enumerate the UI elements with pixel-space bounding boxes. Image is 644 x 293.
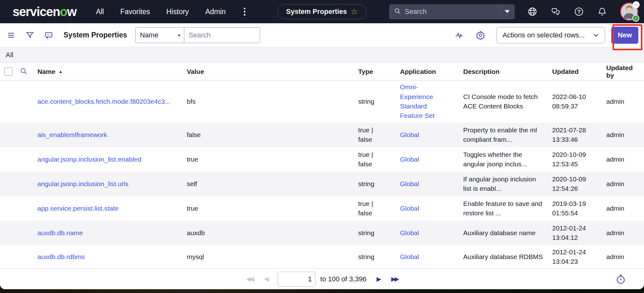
footer-wrap: ◀◀ ◀ to 100 of 3,396 ▶ ▶▶	[0, 268, 644, 293]
last-page-button[interactable]: ▶▶	[390, 274, 399, 284]
help-icon[interactable]: ?	[574, 6, 584, 17]
page-number-input[interactable]	[278, 272, 315, 287]
updated-timestamp: 2012-01-24 13:04:23	[552, 247, 591, 267]
property-type: true | false	[358, 150, 381, 169]
filter-icon[interactable]	[25, 30, 35, 41]
table-row[interactable]: angular.jsonp.inclusion_list.urls self s…	[0, 172, 644, 196]
application-link[interactable]: Global	[400, 228, 419, 238]
property-name-link[interactable]: angular.jsonp.inclusion_list.enabled	[37, 156, 141, 163]
pagination-range-text: to 100 of 3,396	[320, 275, 367, 283]
topnav-right-controls: ? ↑ ✓	[389, 3, 638, 21]
list-menu-hamburger-icon[interactable]	[6, 30, 16, 41]
list-comments-icon[interactable]	[43, 30, 54, 41]
servicenow-logo[interactable]: servicenow	[13, 5, 76, 19]
column-header-application[interactable]: Application	[400, 68, 463, 75]
toolbar-right-controls: Actions on selected rows... New	[454, 27, 641, 44]
breadcrumb-all[interactable]: All	[6, 51, 13, 59]
response-time-clock-icon[interactable]	[615, 274, 626, 285]
application-link[interactable]: Global	[400, 130, 419, 140]
chat-icon[interactable]	[550, 6, 561, 17]
user-avatar[interactable]: ↑ ✓	[620, 3, 638, 21]
favorite-star-icon[interactable]: ☆	[351, 8, 358, 16]
property-type: true | false	[358, 125, 381, 145]
table-row[interactable]: angular.jsonp.inclusion_list.enabled tru…	[0, 147, 644, 172]
column-header-updated-by[interactable]: Updated by	[606, 64, 644, 79]
pagination: ◀◀ ◀ to 100 of 3,396 ▶ ▶▶	[245, 272, 399, 287]
column-header-value[interactable]: Value	[187, 68, 358, 75]
column-header-name[interactable]: Name▲	[37, 68, 187, 75]
property-description: Property to enable the ml compliant fram…	[463, 125, 543, 145]
chevron-down-icon	[593, 32, 599, 38]
row-controls	[0, 196, 37, 221]
property-name-link[interactable]: ace.content_blocks.fetch.mode.f80203e4c3…	[37, 98, 170, 105]
property-type: string	[358, 97, 374, 106]
select-all-checkbox[interactable]	[4, 68, 13, 76]
row-controls	[0, 221, 37, 245]
updated-by: admin	[606, 98, 624, 105]
row-controls	[0, 172, 37, 196]
property-name-link[interactable]: ais_enablemlframework	[37, 131, 107, 138]
search-scope-dropdown[interactable]	[500, 5, 514, 19]
row-controls	[0, 80, 37, 123]
row-controls	[0, 147, 37, 172]
updated-by: admin	[606, 229, 624, 236]
list-settings-gear-icon[interactable]	[475, 30, 486, 41]
more-options-icon[interactable]	[242, 6, 247, 18]
application-link[interactable]: Global	[400, 252, 419, 262]
global-search-input[interactable]	[405, 8, 495, 16]
property-value: self	[187, 180, 197, 187]
table-row[interactable]: auxdb.db.name auxdb string Global Auxili…	[0, 221, 644, 245]
global-search	[389, 4, 514, 19]
property-name-link[interactable]: auxdb.db.rdbms	[37, 253, 85, 260]
updated-by: admin	[606, 156, 624, 163]
next-page-button[interactable]: ▶	[375, 274, 381, 284]
menu-item-all[interactable]: All	[96, 8, 104, 16]
impersonation-arrow-badge: ↑	[633, 1, 640, 8]
property-type: true | false	[358, 199, 381, 218]
application-link[interactable]: Global	[400, 204, 419, 213]
column-header-description[interactable]: Description	[463, 68, 552, 75]
application-link[interactable]: Global	[400, 179, 419, 189]
property-name-link[interactable]: app.service.persist.list.state	[37, 205, 119, 212]
first-page-button[interactable]: ◀◀	[245, 274, 254, 284]
list-search-input[interactable]	[184, 28, 260, 43]
list-search-combo: Name ▾	[135, 27, 260, 43]
column-header-updated[interactable]: Updated	[552, 68, 606, 75]
page-title: System Properties	[64, 31, 127, 39]
updated-by: admin	[606, 180, 624, 187]
notifications-bell-icon[interactable]	[597, 6, 608, 17]
column-header-type[interactable]: Type	[358, 68, 400, 75]
menu-item-admin[interactable]: Admin	[205, 8, 226, 16]
updated-timestamp: 2020-10-09 12:54:26	[552, 174, 591, 194]
pinned-tab-system-properties[interactable]: System Properties ☆	[278, 4, 367, 19]
updated-timestamp: 2012-01-24 13:04:12	[552, 224, 591, 243]
search-field-selector[interactable]: Name ▾	[136, 28, 184, 43]
menu-item-history[interactable]: History	[166, 8, 189, 16]
activity-pulse-icon[interactable]	[454, 30, 464, 41]
row-controls	[0, 123, 37, 147]
previous-page-button[interactable]: ◀	[263, 274, 269, 284]
online-status-badge: ✓	[632, 15, 639, 22]
updated-by: admin	[606, 205, 624, 212]
servicenow-app: servicenow All Favorites History Admin S…	[0, 0, 644, 293]
actions-on-selected-rows-dropdown[interactable]: Actions on selected rows...	[497, 27, 605, 43]
property-description: If angular jsonp inclusion list is enabl…	[463, 174, 543, 194]
column-search-icon[interactable]	[19, 67, 28, 76]
dropdown-arrow-icon	[505, 10, 510, 13]
application-link[interactable]: Omni-Experience Standard Feature Set	[400, 82, 435, 121]
globe-icon[interactable]	[527, 6, 538, 17]
svg-text:?: ?	[577, 9, 580, 15]
table-row[interactable]: ace.content_blocks.fetch.mode.f80203e4c3…	[0, 80, 644, 123]
new-button[interactable]: New	[611, 27, 638, 44]
menu-item-favorites[interactable]: Favorites	[120, 8, 150, 16]
breadcrumb: All	[0, 47, 644, 63]
application-link[interactable]: Global	[400, 155, 419, 164]
table-header: Name▲ Value Type Application Description…	[0, 63, 644, 80]
property-name-link[interactable]: angular.jsonp.inclusion_list.urls	[37, 180, 129, 187]
table-row[interactable]: app.service.persist.list.state true true…	[0, 196, 644, 221]
property-description: CI Console mode to fetch ACE Content Blo…	[463, 92, 543, 111]
property-name-link[interactable]: auxdb.db.name	[37, 229, 83, 236]
table-row[interactable]: auxdb.db.rdbms mysql string Global Auxil…	[0, 245, 644, 268]
property-value: true	[187, 205, 198, 212]
table-row[interactable]: ais_enablemlframework false true | false…	[0, 123, 644, 147]
